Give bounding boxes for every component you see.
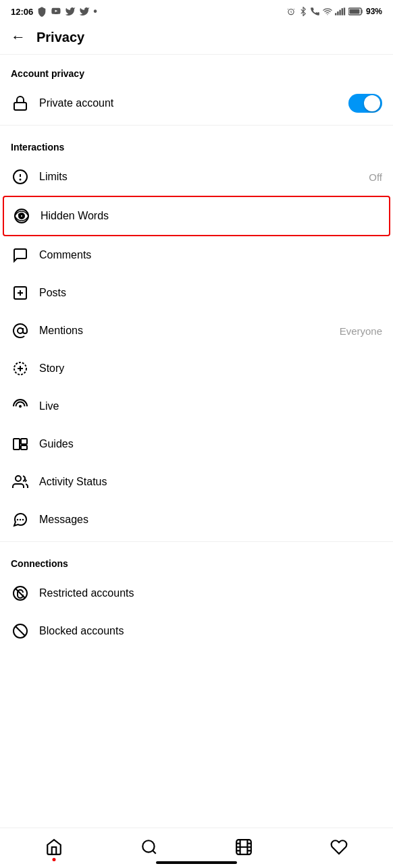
svg-point-15 bbox=[20, 215, 23, 217]
private-account-label: Private account bbox=[39, 97, 348, 109]
svg-point-23 bbox=[19, 405, 22, 408]
limits-icon bbox=[11, 167, 30, 186]
private-account-toggle[interactable] bbox=[348, 94, 382, 113]
svg-rect-4 bbox=[342, 8, 343, 15]
limits-value: Off bbox=[369, 171, 382, 183]
section-interactions: Interactions bbox=[0, 128, 393, 158]
section-connections: Connections bbox=[0, 545, 393, 574]
restricted-accounts-label: Restricted accounts bbox=[39, 587, 382, 599]
signal-icon bbox=[335, 7, 346, 16]
svg-line-33 bbox=[153, 850, 156, 854]
status-bar: 12:06 • 93% bbox=[0, 0, 393, 20]
blocked-accounts-item[interactable]: Blocked accounts bbox=[0, 612, 393, 650]
nav-home[interactable] bbox=[34, 833, 74, 864]
svg-rect-25 bbox=[21, 439, 27, 444]
back-button[interactable]: ← bbox=[11, 28, 26, 46]
blocked-accounts-label: Blocked accounts bbox=[39, 625, 382, 637]
svg-rect-3 bbox=[339, 10, 340, 16]
reels-icon bbox=[235, 838, 253, 859]
svg-point-32 bbox=[142, 840, 154, 852]
svg-rect-2 bbox=[337, 11, 338, 16]
guides-label: Guides bbox=[39, 438, 382, 450]
restricted-icon bbox=[11, 584, 30, 603]
limits-item[interactable]: Limits Off bbox=[0, 158, 393, 196]
status-left: 12:06 • bbox=[11, 5, 97, 18]
live-item[interactable]: Live bbox=[0, 387, 393, 425]
heart-icon bbox=[330, 838, 348, 859]
shield-icon bbox=[36, 6, 47, 17]
lock-icon bbox=[11, 94, 30, 113]
page-title: Privacy bbox=[36, 30, 84, 45]
alarm-icon bbox=[286, 7, 296, 16]
svg-rect-1 bbox=[335, 13, 336, 15]
status-right: 93% bbox=[286, 7, 382, 16]
posts-label: Posts bbox=[39, 287, 382, 299]
section-account-privacy: Account privacy bbox=[0, 55, 393, 84]
page-header: ← Privacy bbox=[0, 20, 393, 55]
svg-point-19 bbox=[18, 328, 23, 333]
posts-icon bbox=[11, 283, 30, 302]
activity-status-label: Activity Status bbox=[39, 476, 382, 488]
hidden-words-label: Hidden Words bbox=[41, 210, 381, 222]
story-label: Story bbox=[39, 362, 382, 375]
status-time: 12:06 bbox=[11, 7, 33, 17]
restricted-accounts-item[interactable]: Restricted accounts bbox=[0, 574, 393, 612]
story-item[interactable]: Story bbox=[0, 350, 393, 387]
svg-point-27 bbox=[16, 476, 21, 481]
battery-percent: 93% bbox=[366, 7, 382, 16]
wifi-icon bbox=[323, 7, 332, 16]
search-icon bbox=[140, 838, 158, 859]
bluetooth-icon bbox=[298, 7, 308, 16]
mentions-icon bbox=[11, 321, 30, 340]
blocked-icon bbox=[11, 622, 30, 641]
guides-item[interactable]: Guides bbox=[0, 425, 393, 463]
live-icon bbox=[11, 397, 30, 416]
guides-icon bbox=[11, 435, 30, 454]
messages-icon bbox=[11, 510, 30, 529]
svg-rect-5 bbox=[344, 7, 345, 15]
comments-item[interactable]: Comments bbox=[0, 236, 393, 274]
svg-rect-7 bbox=[349, 9, 359, 14]
hidden-words-icon bbox=[12, 207, 31, 225]
messages-item[interactable]: Messages bbox=[0, 501, 393, 539]
mentions-item[interactable]: Mentions Everyone bbox=[0, 312, 393, 350]
battery-icon bbox=[348, 7, 363, 16]
hidden-words-item[interactable]: Hidden Words bbox=[3, 196, 390, 236]
svg-rect-8 bbox=[14, 103, 26, 110]
messages-label: Messages bbox=[39, 514, 382, 526]
divider-2 bbox=[0, 541, 393, 542]
private-account-item[interactable]: Private account bbox=[0, 84, 393, 122]
svg-rect-24 bbox=[14, 439, 20, 450]
nav-likes[interactable] bbox=[319, 833, 359, 864]
svg-line-31 bbox=[16, 626, 25, 636]
svg-rect-26 bbox=[21, 445, 27, 450]
bottom-nav bbox=[0, 828, 393, 868]
nav-reels[interactable] bbox=[224, 833, 263, 864]
twitter-icon bbox=[65, 6, 76, 17]
mentions-value: Everyone bbox=[340, 325, 382, 337]
content-area: Account privacy Private account Interact… bbox=[0, 55, 393, 697]
activity-status-icon bbox=[11, 472, 30, 491]
home-dot bbox=[53, 858, 56, 861]
home-indicator bbox=[156, 861, 237, 864]
twitter2-icon bbox=[79, 6, 90, 17]
youtube-icon bbox=[51, 6, 61, 17]
story-icon bbox=[11, 359, 30, 378]
divider-1 bbox=[0, 125, 393, 126]
comments-label: Comments bbox=[39, 249, 382, 261]
home-icon bbox=[45, 838, 63, 859]
nav-search[interactable] bbox=[130, 833, 169, 864]
live-label: Live bbox=[39, 400, 382, 412]
activity-status-item[interactable]: Activity Status bbox=[0, 463, 393, 501]
limits-label: Limits bbox=[39, 171, 369, 183]
comments-icon bbox=[11, 246, 30, 265]
phone-icon bbox=[311, 7, 320, 16]
mentions-label: Mentions bbox=[39, 325, 340, 337]
posts-item[interactable]: Posts bbox=[0, 274, 393, 312]
